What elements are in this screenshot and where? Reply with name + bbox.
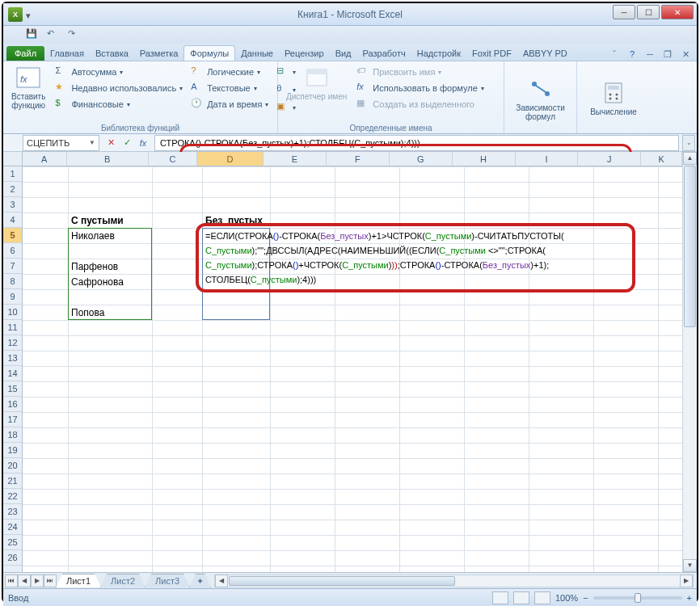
zoom-slider[interactable] <box>593 596 682 600</box>
horizontal-scrollbar[interactable]: ◀ ▶ <box>214 574 694 587</box>
name-box[interactable]: СЦЕПИТЬ ▼ <box>23 135 99 151</box>
tab-abbyy[interactable]: ABBYY PD <box>517 46 573 61</box>
tab-file[interactable]: Файл <box>6 46 44 61</box>
expand-formula-bar-icon[interactable]: ⌄ <box>682 135 695 151</box>
minimize-ribbon-icon[interactable]: ˇ <box>608 48 621 61</box>
minimize-button[interactable]: ─ <box>613 5 635 19</box>
row-header-1[interactable]: 1 <box>3 166 22 182</box>
vscroll-thumb[interactable] <box>684 166 696 327</box>
row-header-7[interactable]: 7 <box>3 259 22 274</box>
define-name-button[interactable]: 🏷Присвоить имя▾ <box>355 65 486 79</box>
tab-foxit[interactable]: Foxit PDF <box>466 46 517 61</box>
col-header-D[interactable]: D <box>197 152 264 166</box>
scroll-right-icon[interactable]: ▶ <box>680 574 693 587</box>
tab-addins[interactable]: Надстройк <box>411 46 466 61</box>
row-header-8[interactable]: 8 <box>3 274 22 289</box>
close-button[interactable]: ✕ <box>661 5 694 19</box>
cell-D4[interactable]: Без_пустых <box>204 213 264 229</box>
col-header-H[interactable]: H <box>453 152 516 166</box>
logical-button[interactable]: ?Логические▾ <box>189 65 270 79</box>
col-header-C[interactable]: C <box>149 152 197 166</box>
col-header-I[interactable]: I <box>516 152 579 166</box>
col-header-B[interactable]: B <box>67 152 149 166</box>
row-header-18[interactable]: 18 <box>3 427 22 443</box>
undo-icon[interactable]: ↶ <box>47 28 60 41</box>
row-header-24[interactable]: 24 <box>3 520 22 535</box>
row-header-22[interactable]: 22 <box>3 489 22 504</box>
text-button[interactable]: AТекстовые▾ <box>189 81 270 95</box>
row-header-14[interactable]: 14 <box>3 366 22 381</box>
col-header-G[interactable]: G <box>390 152 453 166</box>
workbook-restore-icon[interactable]: ❐ <box>661 48 674 61</box>
col-header-F[interactable]: F <box>327 152 390 166</box>
create-from-selection-button[interactable]: ▦Создать из выделенного <box>355 97 486 112</box>
redo-icon[interactable]: ↷ <box>68 28 81 41</box>
zoom-out-icon[interactable]: − <box>583 593 588 603</box>
tab-data[interactable]: Данные <box>235 46 279 61</box>
calculation-button[interactable]: Вычисление <box>587 78 640 118</box>
tab-formulas[interactable]: Формулы <box>183 45 235 61</box>
insert-function-button[interactable]: fx Вставить функцию <box>8 63 48 115</box>
tab-layout[interactable]: Разметка <box>134 46 184 61</box>
select-all-corner[interactable] <box>3 152 23 166</box>
view-pagebreak-icon[interactable] <box>534 591 550 604</box>
sheet-nav-last-icon[interactable]: ⏭ <box>44 574 57 587</box>
view-layout-icon[interactable] <box>513 591 529 604</box>
vertical-scrollbar[interactable]: ▲ ▼ <box>682 152 697 572</box>
col-header-J[interactable]: J <box>578 152 641 166</box>
new-sheet-icon[interactable]: ✦ <box>189 574 211 588</box>
row-header-16[interactable]: 16 <box>3 397 22 412</box>
row-header-11[interactable]: 11 <box>3 320 22 335</box>
row-header-17[interactable]: 17 <box>3 412 22 427</box>
help-icon[interactable]: ? <box>626 48 639 61</box>
sheet-tab-3[interactable]: Лист3 <box>145 574 190 587</box>
zoom-thumb[interactable] <box>635 593 641 603</box>
row-header-20[interactable]: 20 <box>3 458 22 473</box>
autosum-button[interactable]: ΣАвтосумма▾ <box>53 65 184 79</box>
view-normal-icon[interactable] <box>492 591 508 604</box>
row-header-10[interactable]: 10 <box>3 305 22 320</box>
tab-view[interactable]: Вид <box>330 46 357 61</box>
sheet-tab-active[interactable]: Лист1 <box>56 574 101 587</box>
tab-review[interactable]: Рецензир <box>279 46 330 61</box>
row-header-9[interactable]: 9 <box>3 289 22 305</box>
row-header-6[interactable]: 6 <box>3 243 22 259</box>
worksheet-grid[interactable]: ABCDEFGHIJK 1234567891011121314151617181… <box>3 152 697 572</box>
row-header-26[interactable]: 26 <box>3 550 22 566</box>
sheet-tab-2[interactable]: Лист2 <box>100 574 145 587</box>
use-in-formula-button[interactable]: fxИспользовать в формуле▾ <box>355 81 486 95</box>
row-header-13[interactable]: 13 <box>3 351 22 366</box>
row-header-5[interactable]: 5 <box>3 228 22 243</box>
row-headers[interactable]: 1234567891011121314151617181920212223242… <box>3 166 23 572</box>
financial-button[interactable]: $Финансовые▾ <box>53 97 184 112</box>
row-header-2[interactable]: 2 <box>3 182 22 197</box>
tab-developer[interactable]: Разработч <box>357 46 411 61</box>
tab-home[interactable]: Главная <box>44 46 90 61</box>
save-icon[interactable]: 💾 <box>26 28 39 41</box>
scroll-up-icon[interactable]: ▲ <box>683 152 697 165</box>
cell-formula-editing[interactable]: =ЕСЛИ(СТРОКА()-СТРОКА(Без_пустых)+1>ЧСТР… <box>205 229 626 287</box>
row-header-3[interactable]: 3 <box>3 197 22 213</box>
tab-insert[interactable]: Вставка <box>90 46 134 61</box>
sheet-nav-prev-icon[interactable]: ◀ <box>18 574 31 587</box>
datetime-button[interactable]: 🕐Дата и время▾ <box>189 97 270 112</box>
cells-area[interactable]: С пустымиНиколаевПарфеновСафроноваПопова… <box>23 166 682 572</box>
zoom-in-icon[interactable]: + <box>687 593 692 603</box>
column-headers[interactable]: ABCDEFGHIJK <box>23 152 682 166</box>
sheet-nav-first-icon[interactable]: ⏮ <box>5 574 18 587</box>
col-header-K[interactable]: K <box>641 152 682 166</box>
row-header-23[interactable]: 23 <box>3 504 22 520</box>
cell-B4[interactable]: С пустыми <box>70 213 125 229</box>
col-header-A[interactable]: A <box>23 152 67 166</box>
row-header-25[interactable]: 25 <box>3 535 22 550</box>
row-header-21[interactable]: 21 <box>3 473 22 489</box>
cancel-formula-icon[interactable]: ✕ <box>104 137 117 148</box>
hscroll-thumb[interactable] <box>229 576 455 586</box>
workbook-close-icon[interactable]: ✕ <box>679 48 692 61</box>
recent-button[interactable]: ★Недавно использовались▾ <box>53 81 184 95</box>
row-header-4[interactable]: 4 <box>3 213 22 228</box>
maximize-button[interactable]: ☐ <box>637 5 660 19</box>
row-header-19[interactable]: 19 <box>3 443 22 458</box>
workbook-minimize-icon[interactable]: ─ <box>643 48 656 61</box>
col-header-E[interactable]: E <box>264 152 327 166</box>
